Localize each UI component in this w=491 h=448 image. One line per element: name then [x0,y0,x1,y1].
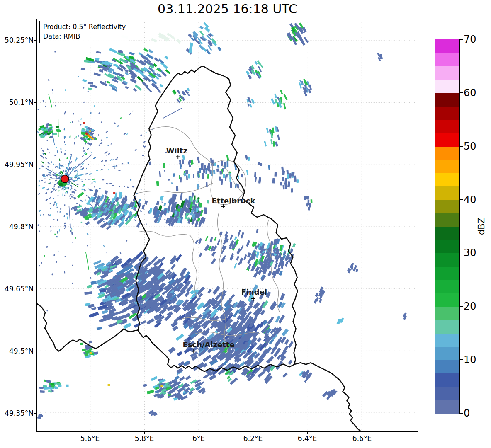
colorbar-tick-label: 50 [464,140,476,152]
city-ettelbruck: Ettelbruck [212,196,256,208]
radar-figure: 03.11.2025 16:18 UTC WiltzEttelbruckFind… [0,0,491,448]
echo-cluster-tr-1 [246,60,263,79]
colorbar-segment [435,373,459,387]
x-tick-mark [90,432,90,434]
colorbar-tick-label: 30 [464,247,476,259]
echo-cluster-c-band [144,192,209,227]
colorbar-segment [435,160,459,173]
y-tick-label: 49.95°N [0,160,34,169]
colorbar-segment [435,39,459,53]
y-tick-mark [34,165,36,165]
colorbar-segment [435,66,459,80]
echo-cluster-tr-dot [377,53,383,61]
colorbar-tick-mark [460,359,463,360]
colorbar-segment [435,80,459,93]
colorbar-segment [435,200,459,213]
y-tick-label: 49.8°N [0,223,34,231]
colorbar-segment [435,133,459,147]
x-tick-mark [199,432,199,434]
city-label: Findel [241,288,267,296]
echo-cluster-ne-mid2 [246,97,255,108]
echo-feature [113,192,115,194]
y-tick-mark [34,289,36,289]
colorbar-tick-label: 0 [464,407,470,419]
city-label: Wiltz [166,146,187,155]
echo-cluster-w-green [38,123,61,139]
radar-map-canvas: WiltzEttelbruckFindelEsch/Alzette [37,19,418,431]
y-tick-mark [34,227,36,227]
colorbar-segment [435,346,459,360]
x-tick-label: 5.6°E [71,434,109,443]
colorbar-segment [435,186,459,200]
echo-cluster-nw-main [81,48,170,93]
colorbar [435,39,460,414]
echo-feature [83,122,85,124]
echo-cluster-e-right [347,263,358,274]
city-label: Esch/Alzette [183,340,235,349]
echo-cluster-r-dot [403,312,407,320]
colorbar-segment [435,266,459,280]
canton-border [137,183,213,193]
data-source-line: Data: RMIB [43,31,126,41]
colorbar-segment [435,146,459,160]
colorbar-segment [435,333,459,347]
x-tick-label: 5.8°E [126,434,163,443]
colorbar-segment [435,320,459,334]
colorbar-tick-mark [460,92,463,93]
echo-feature [108,384,110,386]
echo-cluster-e-pair3 [299,369,312,383]
colorbar-segment [435,173,459,187]
x-tick-label: 6.4°E [289,434,326,443]
y-tick-label: 50.25°N [0,36,34,44]
colorbar-tick-mark [460,413,463,414]
y-tick-mark [34,351,36,351]
colorbar-segment [435,53,459,67]
echo-feature [89,130,91,132]
y-tick-label: 50.1°N [0,98,34,107]
product-line: Product: 0.5° Reflectivity [43,22,126,31]
colorbar-tick-label: 40 [464,194,476,206]
product-info-box: Product: 0.5° Reflectivity Data: RMIB [39,21,129,43]
colorbar-segment [435,360,459,374]
y-tick-label: 49.35°N [0,409,34,417]
echo-cluster-tr-corner [287,23,309,46]
colorbar-tick-mark [460,306,463,307]
echo-cluster-bl-dot [37,414,43,419]
y-tick-label: 49.5°N [0,347,34,355]
x-tick-mark [362,432,362,434]
radar-site-dot [61,175,69,183]
y-tick-label: 49.65°N [0,285,34,293]
echo-cluster-n-scatter [148,155,275,191]
city-label: Ettelbruck [212,196,256,205]
colorbar-tick-mark [460,39,463,40]
colorbar-tick-mark [460,199,463,200]
x-tick-mark [144,432,145,434]
x-tick-label: 6.6°E [343,434,381,443]
colorbar-segment [435,213,459,227]
colorbar-segment [435,280,459,293]
colorbar-segment [435,253,459,267]
echo-feature [160,385,163,387]
echo-feature [189,42,193,53]
y-tick-mark [34,413,36,414]
colorbar-unit-label: dBZ [476,218,486,235]
echo-cluster-e-pair1 [314,286,326,304]
figure-title: 03.11.2025 16:18 UTC [36,2,418,16]
colorbar-segment [435,293,459,307]
colorbar-segment [435,307,459,320]
canton-border [147,127,212,165]
echo-cluster-s-bottom [143,375,206,401]
colorbar-segment [435,387,459,400]
map-plot: WiltzEttelbruckFindelEsch/Alzette Produc… [36,19,418,432]
echo-cluster-tr-2 [299,79,312,96]
colorbar-tick-label: 70 [464,34,476,45]
x-tick-label: 6.2°E [234,434,272,443]
colorbar-segment [435,120,459,133]
echo-cluster-e-cyan [336,317,344,324]
echo-cluster-bl-greens [39,380,69,393]
echo-cluster-ne-scatter [275,167,299,193]
echo-cluster-n-small [172,87,190,103]
echo-cluster-tr-3 [271,90,288,109]
colorbar-segment [435,226,459,240]
y-tick-mark [34,102,36,103]
